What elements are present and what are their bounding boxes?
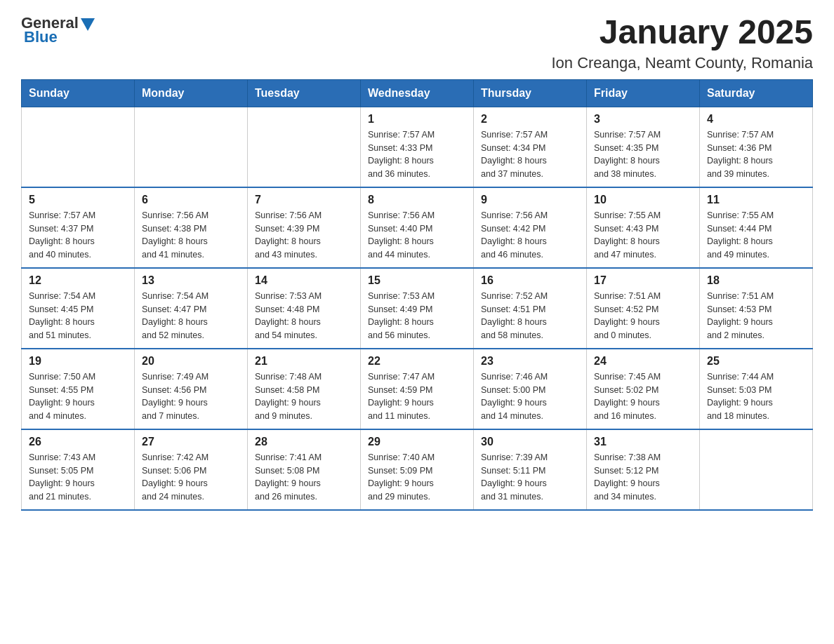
day-number: 29 — [368, 436, 466, 448]
day-info: Sunrise: 7:54 AMSunset: 4:45 PMDaylight:… — [29, 290, 127, 342]
day-number: 15 — [368, 274, 466, 287]
calendar-cell: 16Sunrise: 7:52 AMSunset: 4:51 PMDayligh… — [474, 268, 587, 349]
column-header-friday: Friday — [587, 79, 700, 107]
day-number: 28 — [255, 436, 353, 448]
day-info: Sunrise: 7:57 AMSunset: 4:36 PMDaylight:… — [707, 128, 805, 181]
calendar-cell: 29Sunrise: 7:40 AMSunset: 5:09 PMDayligh… — [361, 429, 474, 510]
day-info: Sunrise: 7:56 AMSunset: 4:40 PMDaylight:… — [368, 209, 466, 262]
day-info: Sunrise: 7:51 AMSunset: 4:52 PMDaylight:… — [594, 290, 692, 342]
day-number: 26 — [29, 436, 127, 448]
column-header-wednesday: Wednesday — [361, 79, 474, 107]
logo: General Blue — [21, 14, 95, 46]
logo-blue: Blue — [24, 28, 58, 46]
day-number: 23 — [481, 355, 579, 368]
day-number: 3 — [594, 113, 692, 126]
calendar-cell: 20Sunrise: 7:49 AMSunset: 4:56 PMDayligh… — [135, 349, 248, 429]
calendar-cell: 18Sunrise: 7:51 AMSunset: 4:53 PMDayligh… — [700, 268, 813, 349]
calendar-cell: 2Sunrise: 7:57 AMSunset: 4:34 PMDaylight… — [474, 107, 587, 187]
day-info: Sunrise: 7:53 AMSunset: 4:48 PMDaylight:… — [255, 290, 353, 342]
calendar-cell: 27Sunrise: 7:42 AMSunset: 5:06 PMDayligh… — [135, 429, 248, 510]
logo-triangle-icon — [81, 18, 95, 31]
calendar-cell: 21Sunrise: 7:48 AMSunset: 4:58 PMDayligh… — [248, 349, 361, 429]
day-number: 10 — [594, 194, 692, 206]
calendar-cell: 12Sunrise: 7:54 AMSunset: 4:45 PMDayligh… — [22, 268, 135, 349]
day-number: 30 — [481, 436, 579, 448]
calendar-cell — [700, 429, 813, 510]
calendar-cell: 4Sunrise: 7:57 AMSunset: 4:36 PMDaylight… — [700, 107, 813, 187]
day-info: Sunrise: 7:41 AMSunset: 5:08 PMDaylight:… — [255, 451, 353, 504]
calendar-week-row: 12Sunrise: 7:54 AMSunset: 4:45 PMDayligh… — [22, 268, 813, 349]
calendar-table: SundayMondayTuesdayWednesdayThursdayFrid… — [21, 79, 813, 511]
day-info: Sunrise: 7:55 AMSunset: 4:44 PMDaylight:… — [707, 209, 805, 262]
calendar-subtitle: Ion Creanga, Neamt County, Romania — [551, 54, 813, 72]
day-number: 12 — [29, 274, 127, 287]
day-number: 25 — [707, 355, 805, 368]
calendar-week-row: 19Sunrise: 7:50 AMSunset: 4:55 PMDayligh… — [22, 349, 813, 429]
day-info: Sunrise: 7:57 AMSunset: 4:37 PMDaylight:… — [29, 209, 127, 262]
calendar-cell: 8Sunrise: 7:56 AMSunset: 4:40 PMDaylight… — [361, 187, 474, 268]
day-number: 31 — [594, 436, 692, 448]
column-header-sunday: Sunday — [22, 79, 135, 107]
day-info: Sunrise: 7:57 AMSunset: 4:34 PMDaylight:… — [481, 128, 579, 181]
day-info: Sunrise: 7:56 AMSunset: 4:42 PMDaylight:… — [481, 209, 579, 262]
page-header: General Blue January 2025 Ion Creanga, N… — [21, 14, 813, 72]
calendar-cell: 22Sunrise: 7:47 AMSunset: 4:59 PMDayligh… — [361, 349, 474, 429]
day-info: Sunrise: 7:45 AMSunset: 5:02 PMDaylight:… — [594, 370, 692, 423]
calendar-cell: 15Sunrise: 7:53 AMSunset: 4:49 PMDayligh… — [361, 268, 474, 349]
calendar-header-row: SundayMondayTuesdayWednesdayThursdayFrid… — [22, 79, 813, 107]
calendar-cell: 23Sunrise: 7:46 AMSunset: 5:00 PMDayligh… — [474, 349, 587, 429]
calendar-week-row: 5Sunrise: 7:57 AMSunset: 4:37 PMDaylight… — [22, 187, 813, 268]
column-header-thursday: Thursday — [474, 79, 587, 107]
day-number: 2 — [481, 113, 579, 126]
day-number: 21 — [255, 355, 353, 368]
day-info: Sunrise: 7:43 AMSunset: 5:05 PMDaylight:… — [29, 451, 127, 504]
day-number: 6 — [142, 194, 240, 206]
day-number: 22 — [368, 355, 466, 368]
column-header-monday: Monday — [135, 79, 248, 107]
calendar-cell: 9Sunrise: 7:56 AMSunset: 4:42 PMDaylight… — [474, 187, 587, 268]
calendar-cell: 14Sunrise: 7:53 AMSunset: 4:48 PMDayligh… — [248, 268, 361, 349]
day-number: 19 — [29, 355, 127, 368]
day-info: Sunrise: 7:48 AMSunset: 4:58 PMDaylight:… — [255, 370, 353, 423]
calendar-cell: 6Sunrise: 7:56 AMSunset: 4:38 PMDaylight… — [135, 187, 248, 268]
calendar-cell: 1Sunrise: 7:57 AMSunset: 4:33 PMDaylight… — [361, 107, 474, 187]
title-block: January 2025 Ion Creanga, Neamt County, … — [551, 14, 813, 72]
day-number: 13 — [142, 274, 240, 287]
day-info: Sunrise: 7:49 AMSunset: 4:56 PMDaylight:… — [142, 370, 240, 423]
calendar-cell: 26Sunrise: 7:43 AMSunset: 5:05 PMDayligh… — [22, 429, 135, 510]
day-info: Sunrise: 7:51 AMSunset: 4:53 PMDaylight:… — [707, 290, 805, 342]
calendar-cell: 3Sunrise: 7:57 AMSunset: 4:35 PMDaylight… — [587, 107, 700, 187]
day-info: Sunrise: 7:46 AMSunset: 5:00 PMDaylight:… — [481, 370, 579, 423]
calendar-title: January 2025 — [551, 14, 813, 51]
calendar-cell: 10Sunrise: 7:55 AMSunset: 4:43 PMDayligh… — [587, 187, 700, 268]
calendar-cell — [248, 107, 361, 187]
calendar-cell: 28Sunrise: 7:41 AMSunset: 5:08 PMDayligh… — [248, 429, 361, 510]
day-number: 1 — [368, 113, 466, 126]
calendar-cell: 25Sunrise: 7:44 AMSunset: 5:03 PMDayligh… — [700, 349, 813, 429]
day-info: Sunrise: 7:55 AMSunset: 4:43 PMDaylight:… — [594, 209, 692, 262]
calendar-cell: 7Sunrise: 7:56 AMSunset: 4:39 PMDaylight… — [248, 187, 361, 268]
day-info: Sunrise: 7:57 AMSunset: 4:35 PMDaylight:… — [594, 128, 692, 181]
calendar-cell: 31Sunrise: 7:38 AMSunset: 5:12 PMDayligh… — [587, 429, 700, 510]
day-number: 9 — [481, 194, 579, 206]
calendar-week-row: 26Sunrise: 7:43 AMSunset: 5:05 PMDayligh… — [22, 429, 813, 510]
calendar-cell — [22, 107, 135, 187]
day-info: Sunrise: 7:56 AMSunset: 4:38 PMDaylight:… — [142, 209, 240, 262]
day-info: Sunrise: 7:38 AMSunset: 5:12 PMDaylight:… — [594, 451, 692, 504]
day-info: Sunrise: 7:52 AMSunset: 4:51 PMDaylight:… — [481, 290, 579, 342]
calendar-cell — [135, 107, 248, 187]
day-number: 24 — [594, 355, 692, 368]
calendar-cell: 17Sunrise: 7:51 AMSunset: 4:52 PMDayligh… — [587, 268, 700, 349]
calendar-cell: 5Sunrise: 7:57 AMSunset: 4:37 PMDaylight… — [22, 187, 135, 268]
column-header-tuesday: Tuesday — [248, 79, 361, 107]
calendar-cell: 24Sunrise: 7:45 AMSunset: 5:02 PMDayligh… — [587, 349, 700, 429]
day-info: Sunrise: 7:56 AMSunset: 4:39 PMDaylight:… — [255, 209, 353, 262]
day-number: 14 — [255, 274, 353, 287]
column-header-saturday: Saturday — [700, 79, 813, 107]
day-number: 5 — [29, 194, 127, 206]
day-info: Sunrise: 7:40 AMSunset: 5:09 PMDaylight:… — [368, 451, 466, 504]
day-info: Sunrise: 7:54 AMSunset: 4:47 PMDaylight:… — [142, 290, 240, 342]
calendar-week-row: 1Sunrise: 7:57 AMSunset: 4:33 PMDaylight… — [22, 107, 813, 187]
calendar-cell: 19Sunrise: 7:50 AMSunset: 4:55 PMDayligh… — [22, 349, 135, 429]
day-info: Sunrise: 7:44 AMSunset: 5:03 PMDaylight:… — [707, 370, 805, 423]
